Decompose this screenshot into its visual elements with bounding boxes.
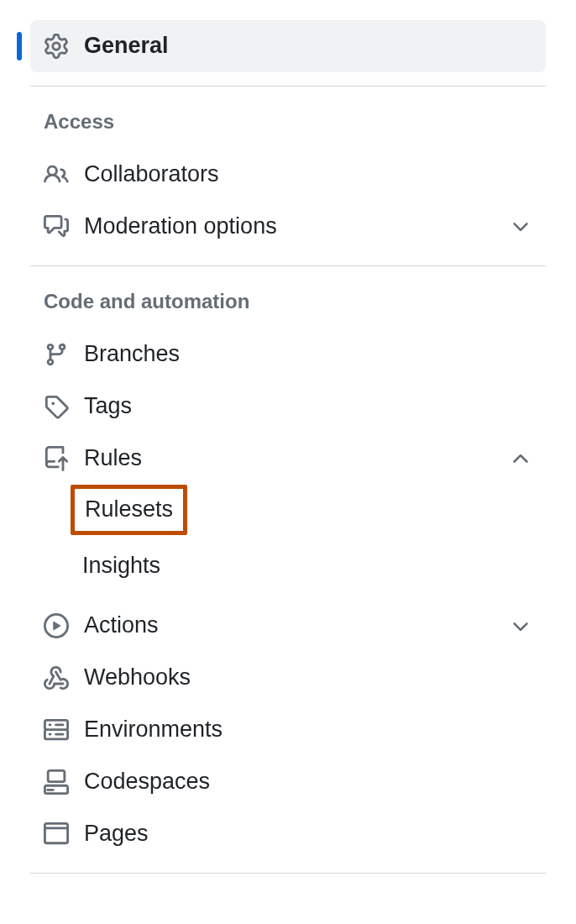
chevron-down-icon <box>509 614 532 638</box>
sidebar-subitem-rulesets[interactable]: Rulesets <box>71 485 187 535</box>
sidebar-item-rules[interactable]: Rules <box>30 433 546 485</box>
browser-icon <box>44 821 69 846</box>
comment-discussion-icon <box>44 213 69 239</box>
chevron-up-icon <box>509 447 532 470</box>
sidebar-item-label: Webhooks <box>84 662 532 694</box>
section-heading-access: Access <box>30 102 546 149</box>
gear-icon <box>44 34 69 59</box>
play-icon <box>44 613 69 638</box>
sidebar-item-label: Environments <box>84 714 532 746</box>
section-heading-code: Code and automation <box>30 281 546 328</box>
settings-sidebar: General Access Collaborators Moderation … <box>0 0 576 874</box>
sidebar-item-label: General <box>84 30 532 62</box>
webhook-icon <box>44 665 69 690</box>
sidebar-item-general[interactable]: General <box>30 20 546 72</box>
sidebar-item-branches[interactable]: Branches <box>30 328 546 381</box>
sidebar-item-label: Collaborators <box>84 159 532 191</box>
sidebar-item-label: Actions <box>84 610 509 642</box>
sidebar-item-codespaces[interactable]: Codespaces <box>30 756 546 808</box>
codespaces-icon <box>44 769 69 795</box>
sidebar-item-pages[interactable]: Pages <box>30 808 546 860</box>
sidebar-item-webhooks[interactable]: Webhooks <box>30 652 546 704</box>
git-branch-icon <box>44 342 69 367</box>
sidebar-item-moderation[interactable]: Moderation options <box>30 201 546 253</box>
rules-subitems: Rulesets Insights <box>30 485 546 597</box>
server-icon <box>44 717 69 743</box>
chevron-down-icon <box>509 214 532 238</box>
repo-push-icon <box>44 446 69 471</box>
sidebar-item-label: Tags <box>84 391 532 423</box>
sidebar-item-label: Rules <box>84 443 509 475</box>
sidebar-item-environments[interactable]: Environments <box>30 704 546 756</box>
sidebar-item-collaborators[interactable]: Collaborators <box>30 149 546 201</box>
people-icon <box>44 162 69 187</box>
divider <box>30 86 546 87</box>
sidebar-item-label: Codespaces <box>84 766 532 798</box>
sidebar-item-tags[interactable]: Tags <box>30 381 546 433</box>
sidebar-item-label: Pages <box>84 818 532 850</box>
divider <box>30 265 546 266</box>
divider <box>30 873 546 874</box>
sidebar-item-label: Branches <box>84 339 532 370</box>
sidebar-subitem-insights[interactable]: Insights <box>71 542 172 591</box>
tag-icon <box>44 394 69 419</box>
sidebar-item-label: Moderation options <box>84 211 509 243</box>
sidebar-item-actions[interactable]: Actions <box>30 600 546 652</box>
